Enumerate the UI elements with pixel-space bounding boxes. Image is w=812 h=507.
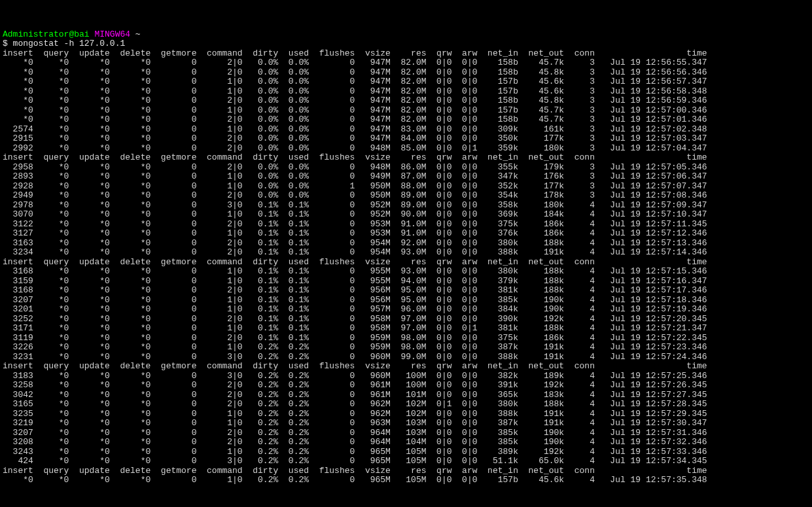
stat-row: *0 *0 *0 *0 0 1|0 0.0% 0.0% 0 947M 82.0M… <box>3 77 707 86</box>
stat-row: 3234 *0 *0 *0 0 2|0 0.1% 0.1% 0 954M 93.… <box>3 247 707 257</box>
stat-row: *0 *0 *0 *0 0 2|0 0.0% 0.0% 0 947M 82.0M… <box>3 67 707 77</box>
stat-row: 424 *0 *0 *0 0 3|0 0.2% 0.2% 0 965M 105M… <box>3 456 707 466</box>
stat-row: 2574 *0 *0 *0 0 1|0 0.0% 0.0% 0 947M 83.… <box>3 124 707 134</box>
stat-row: 3201 *0 *0 *0 0 1|0 0.1% 0.1% 0 957M 96.… <box>3 304 707 314</box>
stat-row: 3159 *0 *0 *0 0 1|0 0.1% 0.1% 0 955M 94.… <box>3 276 707 286</box>
stat-row: 3226 *0 *0 *0 0 1|0 0.2% 0.2% 0 959M 98.… <box>3 342 707 352</box>
stat-row: 3231 *0 *0 *0 0 3|0 0.2% 0.2% 0 960M 99.… <box>3 352 707 362</box>
stat-row: 3168 *0 *0 *0 0 1|0 0.1% 0.1% 0 955M 93.… <box>3 266 707 276</box>
stat-row: 3243 *0 *0 *0 0 1|0 0.2% 0.2% 0 965M 105… <box>3 447 707 457</box>
stat-row: *0 *0 *0 *0 0 1|0 0.0% 0.0% 0 947M 82.0M… <box>3 86 707 96</box>
stat-header: insert query update delete getmore comma… <box>3 48 707 58</box>
stat-header: insert query update delete getmore comma… <box>3 361 707 371</box>
stat-row: 3207 *0 *0 *0 0 1|0 0.1% 0.1% 0 956M 95.… <box>3 295 707 305</box>
stat-row: 3042 *0 *0 *0 0 2|0 0.2% 0.2% 0 961M 101… <box>3 390 707 400</box>
stat-row: 3258 *0 *0 *0 0 2|0 0.2% 0.2% 0 961M 100… <box>3 380 707 390</box>
stat-row: 3207 *0 *0 *0 0 2|0 0.2% 0.2% 0 964M 103… <box>3 428 707 438</box>
stat-row: 2928 *0 *0 *0 0 1|0 0.0% 0.0% 1 950M 88.… <box>3 181 707 191</box>
terminal[interactable]: Administrator@bai MINGW64 ~ $ mongostat … <box>0 19 812 487</box>
stat-row: *0 *0 *0 *0 0 2|0 0.0% 0.0% 0 947M 82.0M… <box>3 96 707 105</box>
stat-row: 3171 *0 *0 *0 0 1|0 0.1% 0.1% 0 958M 97.… <box>3 323 707 333</box>
stat-row: 3183 *0 *0 *0 0 3|0 0.2% 0.2% 0 960M 100… <box>3 371 707 381</box>
prompt-path: ~ <box>135 29 141 39</box>
stat-row: 2992 *0 *0 *0 0 2|0 0.0% 0.0% 0 948M 85.… <box>3 143 707 153</box>
prompt-user: Administrator@bai <box>3 29 90 39</box>
stat-row: 3163 *0 *0 *0 0 2|0 0.1% 0.1% 0 954M 92.… <box>3 238 707 248</box>
stat-row: 3070 *0 *0 *0 0 1|0 0.1% 0.1% 0 952M 90.… <box>3 209 707 219</box>
stat-row: 2978 *0 *0 *0 0 3|0 0.1% 0.1% 0 952M 89.… <box>3 200 707 210</box>
stat-row: 3122 *0 *0 *0 0 2|0 0.1% 0.1% 0 953M 91.… <box>3 219 707 229</box>
stat-row: *0 *0 *0 *0 0 1|0 0.2% 0.2% 0 965M 105M … <box>3 475 707 485</box>
stat-row: 3252 *0 *0 *0 0 2|0 0.1% 0.1% 0 958M 97.… <box>3 314 707 324</box>
stat-row: 3235 *0 *0 *0 0 1|0 0.2% 0.2% 0 962M 102… <box>3 409 707 419</box>
stat-row: 2958 *0 *0 *0 0 2|0 0.0% 0.0% 0 948M 86.… <box>3 162 707 172</box>
stat-header: insert query update delete getmore comma… <box>3 466 707 476</box>
stat-row: 3127 *0 *0 *0 0 1|0 0.1% 0.1% 0 953M 91.… <box>3 228 707 238</box>
command-line: $ mongostat -h 127.0.0.1 <box>3 39 125 48</box>
stat-header: insert query update delete getmore comma… <box>3 152 707 162</box>
stat-row: 3165 *0 *0 *0 0 2|0 0.2% 0.2% 0 962M 102… <box>3 399 707 409</box>
stat-row: 3168 *0 *0 *0 0 2|0 0.1% 0.1% 0 956M 95.… <box>3 285 707 295</box>
stat-header: insert query update delete getmore comma… <box>3 257 707 267</box>
stat-row: *0 *0 *0 *0 0 2|0 0.0% 0.0% 0 947M 82.0M… <box>3 58 707 67</box>
stat-row: 3119 *0 *0 *0 0 2|0 0.1% 0.1% 0 959M 98.… <box>3 333 707 343</box>
mongostat-output: insert query update delete getmore comma… <box>3 49 809 485</box>
stat-row: *0 *0 *0 *0 0 1|0 0.0% 0.0% 0 947M 82.0M… <box>3 105 707 115</box>
stat-row: *0 *0 *0 *0 0 2|0 0.0% 0.0% 0 947M 82.0M… <box>3 114 707 124</box>
stat-row: 3208 *0 *0 *0 0 2|0 0.2% 0.2% 0 964M 104… <box>3 437 707 447</box>
prompt-sys: MINGW64 <box>94 29 130 39</box>
stat-row: 2915 *0 *0 *0 0 2|0 0.0% 0.0% 0 947M 84.… <box>3 133 707 143</box>
stat-row: 3219 *0 *0 *0 0 1|0 0.2% 0.2% 0 963M 103… <box>3 418 707 428</box>
stat-row: 2949 *0 *0 *0 0 2|0 0.0% 0.0% 0 950M 89.… <box>3 190 707 200</box>
stat-row: 2893 *0 *0 *0 0 1|0 0.0% 0.0% 0 949M 87.… <box>3 171 707 181</box>
